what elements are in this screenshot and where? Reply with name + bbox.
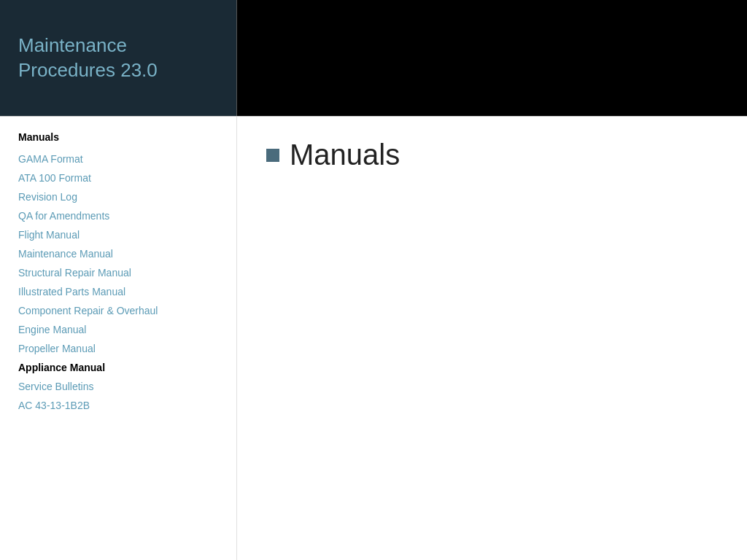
header-title-line1: Maintenance	[18, 34, 127, 56]
header-title: Maintenance Procedures 23.0	[18, 34, 158, 83]
sidebar-item-maintenance-manual[interactable]: Maintenance Manual	[18, 248, 218, 260]
header: Maintenance Procedures 23.0	[0, 0, 747, 117]
sidebar-item-propeller-manual[interactable]: Propeller Manual	[18, 343, 218, 354]
sidebar-item-engine-manual[interactable]: Engine Manual	[18, 324, 218, 335]
sidebar-heading: Manuals	[18, 131, 218, 143]
content-heading: Manuals	[266, 139, 718, 171]
manuals-icon	[266, 149, 279, 162]
header-right	[237, 0, 747, 116]
sidebar-item-gama-format[interactable]: GAMA Format	[18, 153, 218, 165]
content-heading-text: Manuals	[290, 139, 400, 171]
sidebar-item-service-bulletins[interactable]: Service Bulletins	[18, 381, 218, 392]
sidebar-item-appliance-manual[interactable]: Appliance Manual	[18, 362, 218, 373]
content-area: Manuals	[237, 117, 747, 560]
sidebar-item-qa-amendments[interactable]: QA for Amendments	[18, 210, 218, 222]
header-left: Maintenance Procedures 23.0	[0, 0, 237, 116]
sidebar-item-ata-100-format[interactable]: ATA 100 Format	[18, 172, 218, 184]
header-title-line2: Procedures 23.0	[18, 59, 158, 81]
sidebar-item-flight-manual[interactable]: Flight Manual	[18, 229, 218, 241]
sidebar-item-illustrated-parts[interactable]: Illustrated Parts Manual	[18, 286, 218, 298]
sidebar-item-ac43[interactable]: AC 43-13-1B2B	[18, 400, 218, 411]
sidebar-item-component-repair[interactable]: Component Repair & Overhaul	[18, 305, 218, 316]
sidebar: Manuals GAMA Format ATA 100 Format Revis…	[0, 117, 237, 560]
sidebar-item-revision-log[interactable]: Revision Log	[18, 191, 218, 203]
main: Manuals GAMA Format ATA 100 Format Revis…	[0, 117, 747, 560]
sidebar-item-structural-repair[interactable]: Structural Repair Manual	[18, 267, 218, 279]
